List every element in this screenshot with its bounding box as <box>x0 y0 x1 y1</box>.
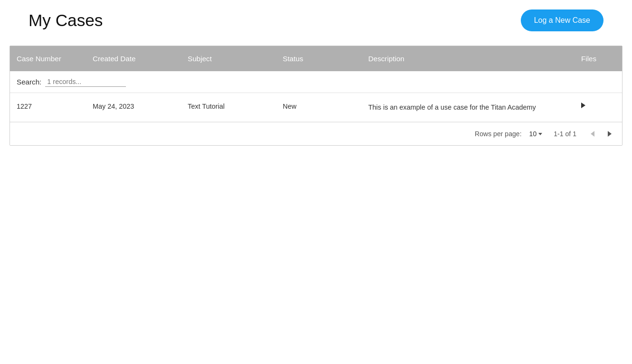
table-header: Case Number Created Date Subject Status … <box>10 46 622 71</box>
pagination-next-button[interactable] <box>605 129 614 139</box>
log-new-case-button[interactable]: Log a New Case <box>521 9 603 31</box>
column-header-subject: Subject <box>181 46 276 71</box>
table-body: 1227 May 24, 2023 Text Tutorial New This… <box>10 93 622 122</box>
chevron-left-icon <box>591 131 594 137</box>
chevron-right-icon <box>608 131 612 137</box>
expand-files-icon[interactable] <box>581 103 585 108</box>
pagination-prev-button[interactable] <box>588 129 597 139</box>
rows-per-page-label: Rows per page: <box>475 130 522 138</box>
cases-table: Case Number Created Date Subject Status … <box>10 46 622 146</box>
rows-per-page-value: 10 <box>529 130 537 138</box>
column-header-files: Files <box>575 46 622 71</box>
page-title: My Cases <box>29 11 103 30</box>
cell-created-date: May 24, 2023 <box>86 101 181 112</box>
search-row: Search: <box>10 71 622 93</box>
rows-per-page-dropdown-icon <box>538 133 542 135</box>
column-header-description: Description <box>362 46 575 71</box>
cell-status: New <box>276 101 362 112</box>
cell-case-number: 1227 <box>10 101 86 112</box>
table-row: 1227 May 24, 2023 Text Tutorial New This… <box>10 93 622 122</box>
cell-subject: Text Tutorial <box>181 101 276 112</box>
page-header: My Cases Log a New Case <box>14 0 618 46</box>
cell-description: This is an example of a use case for the… <box>362 101 575 114</box>
column-header-status: Status <box>276 46 362 71</box>
table-footer: Rows per page: 10 1-1 of 1 <box>10 122 622 145</box>
column-header-created-date: Created Date <box>86 46 181 71</box>
cell-files[interactable] <box>575 101 622 110</box>
search-label: Search: <box>17 78 41 86</box>
column-header-case-number: Case Number <box>10 46 86 71</box>
search-input[interactable] <box>45 77 126 87</box>
pagination-info: 1-1 of 1 <box>554 130 576 138</box>
rows-per-page-select[interactable]: 10 <box>529 130 543 138</box>
